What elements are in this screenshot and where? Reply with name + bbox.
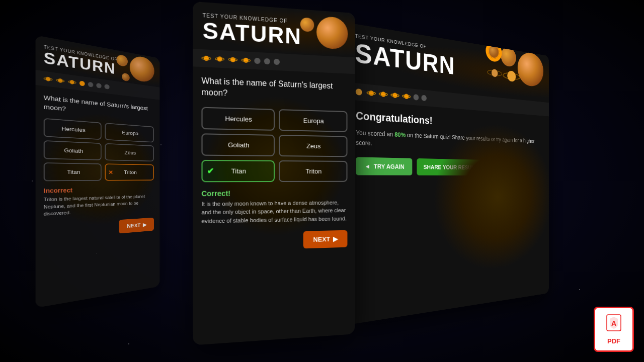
right-ind-dot-6: [414, 94, 419, 101]
svg-point-12: [244, 58, 249, 63]
right-ind-dot-7: [421, 95, 426, 102]
left-answer-triton[interactable]: ✕ Triton: [105, 163, 154, 180]
left-answer-grid: Hercules Europa Goliath Zeus Titan ✕ Tri…: [44, 118, 154, 182]
panels-container: TEST YOUR KNOWLEDGE OF SATURN What is th…: [0, 0, 644, 362]
left-feedback-title: Incorrect: [44, 186, 154, 194]
center-saturn-icon-3: [228, 55, 237, 64]
saturn-icon-2: [56, 76, 64, 85]
score-percent: 80%: [394, 131, 406, 138]
center-answer-europa[interactable]: Europa: [279, 109, 347, 132]
check-icon: ✔: [207, 166, 214, 176]
left-feedback-text: Triton is the largest natural satellite …: [44, 193, 154, 218]
right-planet-icon-1: [354, 86, 364, 98]
left-feedback: Incorrect Triton is the largest natural …: [44, 186, 154, 217]
center-next-button[interactable]: NEXT ▶: [303, 230, 347, 249]
left-answer-zeus[interactable]: Zeus: [105, 143, 154, 161]
saturn-icon-1: [44, 74, 53, 83]
svg-text:A: A: [611, 319, 616, 327]
try-again-arrow-icon: ◄: [364, 162, 370, 169]
left-answer-goliath[interactable]: Goliath: [44, 140, 102, 160]
ind-dot-5: [88, 82, 94, 87]
center-feedback-title: Correct!: [201, 189, 347, 198]
svg-point-0: [46, 76, 50, 81]
svg-point-25: [404, 94, 409, 99]
center-panel: TEST YOUR KNOWLEDGE OF SATURN What is th…: [193, 2, 355, 345]
center-ind-dot-7: [274, 59, 280, 65]
svg-point-6: [204, 56, 209, 61]
center-panel-body: What is the name of Saturn's largest moo…: [193, 66, 355, 260]
left-panel-body: What is the name of Saturn's largest moo…: [36, 85, 160, 247]
left-answer-titan[interactable]: Titan: [44, 162, 102, 181]
center-answer-hercules[interactable]: Hercules: [201, 107, 275, 130]
center-saturn-icon-4: [242, 55, 251, 65]
center-feedback-text: It is the only moon known to have a dens…: [201, 198, 347, 225]
center-answer-zeus[interactable]: Zeus: [279, 135, 347, 157]
pdf-symbol: A: [606, 314, 622, 335]
right-saturn-icon-3: [390, 90, 399, 101]
pdf-acrobat-icon: A: [606, 314, 622, 332]
svg-point-4: [70, 80, 74, 84]
center-answer-grid: Hercules Europa Goliath Zeus ✔ Titan Tri…: [201, 107, 347, 182]
try-again-button[interactable]: ◄ TRY AGAIN: [356, 157, 412, 175]
ind-dot-7: [105, 84, 110, 89]
svg-point-18: [356, 88, 362, 96]
cross-icon: ✕: [108, 169, 113, 175]
ind-dot-4: [79, 80, 85, 86]
svg-point-8: [217, 56, 222, 61]
svg-point-10: [230, 57, 235, 62]
right-saturn-icon-2: [379, 89, 388, 100]
svg-point-21: [381, 92, 386, 97]
center-ind-dot-5: [254, 58, 260, 64]
try-again-label: TRY AGAIN: [374, 163, 405, 170]
svg-point-19: [369, 90, 374, 96]
left-answer-europa[interactable]: Europa: [105, 123, 154, 142]
center-feedback: Correct! It is the only moon known to ha…: [201, 189, 347, 225]
saturn-icon-3: [68, 78, 76, 86]
center-answer-triton[interactable]: Triton: [279, 160, 347, 182]
svg-point-23: [392, 93, 397, 98]
center-saturn-icon-1: [201, 53, 211, 63]
right-saturn-icon-4: [402, 91, 411, 101]
center-answer-titan[interactable]: ✔ Titan: [201, 160, 275, 182]
svg-point-2: [58, 78, 62, 83]
center-panel-header: TEST YOUR KNOWLEDGE OF SATURN: [193, 2, 355, 57]
center-saturn-icon-2: [215, 54, 224, 64]
right-panel: TEST YOUR KNOWLEDGE OF SATURN Congratula…: [347, 23, 549, 325]
center-question: What is the name of Saturn's largest moo…: [201, 75, 347, 104]
left-panel: TEST YOUR KNOWLEDGE OF SATURN What is th…: [36, 35, 160, 308]
center-ind-dot-6: [264, 58, 270, 65]
pdf-label: PDF: [607, 337, 620, 345]
right-arrow-icon: ▶: [143, 222, 146, 228]
ind-dot-6: [96, 83, 101, 88]
center-answer-goliath[interactable]: Goliath: [201, 133, 275, 156]
pdf-icon[interactable]: A PDF: [594, 307, 634, 352]
right-saturn-icon-1: [367, 88, 376, 99]
center-right-arrow-icon: ▶: [333, 235, 338, 243]
